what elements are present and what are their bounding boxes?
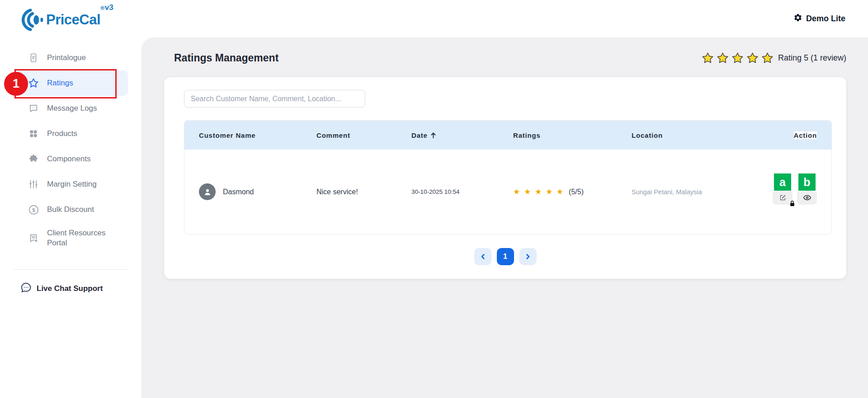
printalogue-icon	[28, 52, 39, 63]
sidebar-item-message-logs[interactable]: Message Logs	[14, 96, 128, 121]
sort-ascending-icon	[430, 132, 436, 139]
date-cell: 30-10-2025 10:54	[411, 188, 513, 195]
sliders-icon	[28, 179, 39, 190]
previous-page-button[interactable]	[474, 248, 491, 265]
page-title: Ratings Management	[174, 52, 278, 64]
search-input[interactable]	[184, 90, 365, 108]
pricecal-logo-icon	[19, 7, 44, 34]
sidebar-item-client-resources-portal[interactable]: Client Resources Portal	[14, 222, 128, 254]
account-label: Demo Lite	[806, 14, 845, 23]
customer-name: Dasmond	[223, 188, 254, 196]
star-filled-icon	[731, 52, 744, 64]
chevron-right-icon	[525, 253, 531, 260]
puzzle-icon	[28, 154, 39, 164]
sidebar-item-label: Margin Setting	[47, 180, 97, 189]
star-outline-icon	[28, 78, 39, 89]
row-stars: ★ ★ ★ ★ ★	[513, 187, 564, 197]
edit-pencil-icon	[779, 194, 787, 201]
avatar	[199, 183, 216, 200]
column-header-date[interactable]: Date	[411, 131, 513, 139]
chat-square-icon	[28, 103, 39, 114]
sidebar-menu: Printalogue Ratings 1	[0, 45, 142, 254]
svg-text:$: $	[32, 207, 35, 212]
sidebar-item-ratings[interactable]: Ratings 1	[14, 70, 128, 96]
table-row: Dasmond Nice service! 30-10-2025 10:54 ★…	[184, 150, 831, 234]
edit-button[interactable]	[773, 191, 793, 205]
location-cell: Sungai Petani, Malaysia	[632, 188, 763, 196]
sidebar-item-label: Client Resources Portal	[47, 228, 115, 248]
column-header-comment[interactable]: Comment	[316, 131, 411, 139]
sidebar-divider	[14, 269, 128, 270]
customer-cell: Dasmond	[199, 183, 316, 200]
sidebar-item-margin-setting[interactable]: Margin Setting	[14, 172, 128, 197]
page-header: Ratings Management Rating 5 (1 review)	[164, 45, 846, 71]
grid-icon	[28, 128, 39, 139]
ratings-card: Customer Name Comment Date Ratings Locat…	[164, 77, 846, 279]
sidebar-item-label: Printalogue	[47, 53, 86, 62]
annotation-step-badge: 1	[4, 72, 28, 96]
brand-logo[interactable]: PriceCal ®v3	[19, 7, 142, 34]
sidebar-item-label: Products	[47, 129, 77, 138]
sidebar-item-label: Bulk Discount	[47, 205, 94, 214]
sidebar-item-components[interactable]: Components	[14, 146, 128, 172]
page-number-button[interactable]: 1	[497, 248, 514, 265]
sidebar-item-label: Ratings	[47, 79, 73, 88]
ratings-cell: ★ ★ ★ ★ ★ (5/5)	[513, 187, 632, 197]
topbar: Demo Lite	[142, 0, 868, 37]
star-filled-icon	[717, 52, 729, 64]
sidebar-item-printalogue[interactable]: Printalogue	[14, 45, 128, 70]
table-header-row: Customer Name Comment Date Ratings Locat…	[184, 121, 831, 150]
app-window: PriceCal ®v3 Printalogue	[0, 0, 868, 398]
next-page-button[interactable]	[519, 248, 537, 265]
rating-summary: Rating 5 (1 review)	[702, 52, 846, 64]
column-header-ratings[interactable]: Ratings	[513, 131, 632, 139]
eye-icon	[803, 193, 811, 202]
sidebar: PriceCal ®v3 Printalogue	[0, 0, 142, 398]
rating-summary-text: Rating 5 (1 review)	[778, 53, 846, 63]
annotation-badge-b: b	[798, 173, 816, 191]
chevron-left-icon	[480, 253, 486, 260]
sidebar-item-bulk-discount[interactable]: $ Bulk Discount	[14, 197, 128, 222]
ratings-table: Customer Name Comment Date Ratings Locat…	[184, 120, 832, 234]
column-header-location[interactable]: Location	[632, 131, 763, 139]
star-filled-icon	[746, 52, 759, 64]
document-icon	[28, 233, 39, 243]
rating-value: (5/5)	[569, 188, 584, 196]
account-menu[interactable]: Demo Lite	[793, 13, 845, 24]
live-chat-support-button[interactable]: Live Chat Support	[20, 281, 142, 296]
star-filled-icon	[761, 52, 774, 64]
brand-version: ®v3	[100, 3, 113, 12]
comment-cell: Nice service!	[316, 188, 411, 196]
star-filled-icon	[702, 52, 714, 64]
column-header-customer-name[interactable]: Customer Name	[199, 131, 316, 139]
view-action-stack: b	[797, 173, 817, 205]
sidebar-item-label: Components	[47, 155, 90, 164]
dollar-circle-icon: $	[28, 204, 39, 215]
view-button[interactable]	[797, 191, 817, 205]
pagination: 1	[179, 248, 832, 265]
lock-icon	[789, 200, 796, 208]
main-area: Demo Lite Ratings Management Rating 5 (1…	[142, 0, 868, 398]
edit-action-stack: a	[773, 173, 793, 205]
chat-bubble-icon	[20, 281, 32, 296]
gear-icon	[793, 13, 802, 24]
annotation-badge-a: a	[774, 173, 791, 191]
sidebar-item-products[interactable]: Products	[14, 121, 128, 146]
sidebar-item-label: Message Logs	[47, 104, 97, 113]
content: Ratings Management Rating 5 (1 review) C…	[142, 37, 868, 398]
brand-name: PriceCal	[46, 12, 100, 28]
action-cell: a	[773, 173, 817, 205]
column-header-action: Action	[794, 131, 817, 139]
live-chat-support-label: Live Chat Support	[37, 284, 103, 293]
